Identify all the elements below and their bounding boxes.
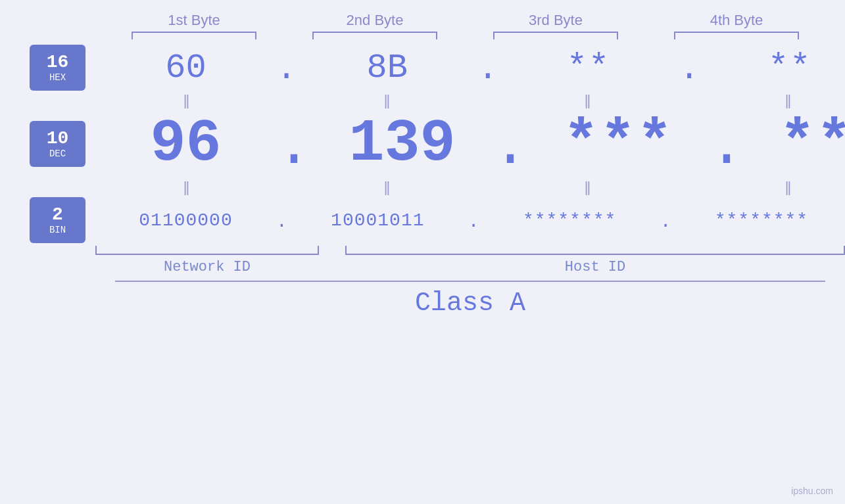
equals-1-b4: || xyxy=(697,92,845,109)
bin-row: 2 BIN 01100000 . 10001011 . ******** . *… xyxy=(30,197,845,243)
equals-1-b2: || xyxy=(296,92,477,109)
equals-row-1: || || || || xyxy=(30,92,845,109)
dec-values: 96 . 139 . *** . *** xyxy=(95,110,845,177)
hex-dot-3: . xyxy=(679,53,699,87)
hex-val-3: ** xyxy=(567,49,610,87)
byte4-header: 4th Byte xyxy=(646,12,827,29)
dec-val-1: 96 xyxy=(150,110,221,177)
eq2-b3: || xyxy=(585,179,589,196)
eq1-b4: || xyxy=(785,92,790,109)
byte2-header: 2nd Byte xyxy=(285,12,466,29)
eq2-b1: || xyxy=(183,179,188,196)
top-brackets xyxy=(0,32,845,39)
bin-dot-2: . xyxy=(468,213,479,231)
hex-byte3: ** xyxy=(498,49,679,87)
bin-val-1: 01100000 xyxy=(139,210,232,231)
eq1-b2: || xyxy=(384,92,389,109)
dec-byte1: 96 xyxy=(95,110,276,177)
bracket-line-3 xyxy=(493,32,618,39)
hex-dot-1: . xyxy=(276,53,297,87)
hex-val-1: 60 xyxy=(165,49,206,87)
class-line xyxy=(115,281,825,282)
bin-val-2: 10001011 xyxy=(331,210,424,231)
bracket-line-4 xyxy=(674,32,799,39)
equals-row-2: || || || || xyxy=(30,179,845,196)
hex-values: 60 . 8B . ** . ** xyxy=(95,49,845,87)
class-row: Class A xyxy=(30,281,845,318)
network-id-label: Network ID xyxy=(164,259,251,275)
content-area: 16 HEX 60 . 8B . ** . ** xyxy=(0,45,845,318)
dec-dot-1: . xyxy=(276,118,312,177)
hex-badge-num: 16 xyxy=(47,53,69,73)
class-label: Class A xyxy=(415,288,525,318)
bracket-byte3 xyxy=(466,32,646,39)
bin-dot-1: . xyxy=(276,213,287,231)
dec-badge-num: 10 xyxy=(47,129,69,149)
hex-byte4: ** xyxy=(700,49,845,87)
equals-2-b2: || xyxy=(296,179,477,196)
bin-values: 01100000 . 10001011 . ******** . *******… xyxy=(95,210,845,231)
dec-dot-2: . xyxy=(493,118,528,177)
eq1-b1: || xyxy=(183,92,188,109)
dec-val-4: *** xyxy=(780,110,845,177)
host-id-label: Host ID xyxy=(565,259,625,275)
dec-byte3: *** xyxy=(528,110,709,177)
hex-byte1: 60 xyxy=(95,49,276,87)
bin-byte3: ******** xyxy=(479,210,660,231)
equals-1-b1: || xyxy=(95,92,276,109)
bin-dot-3: . xyxy=(660,213,671,231)
main-container: 1st Byte 2nd Byte 3rd Byte 4th Byte 16 H… xyxy=(0,0,845,504)
hex-val-4: ** xyxy=(768,49,811,87)
dec-val-3: *** xyxy=(564,110,674,177)
bin-badge: 2 BIN xyxy=(30,197,85,243)
bracket-byte1 xyxy=(104,32,285,39)
equals-2-b4: || xyxy=(697,179,845,196)
dec-dot-3: . xyxy=(709,118,744,177)
hex-badge: 16 HEX xyxy=(30,45,85,91)
byte1-header: 1st Byte xyxy=(104,12,285,29)
byte-headers: 1st Byte 2nd Byte 3rd Byte 4th Byte xyxy=(0,12,845,29)
bracket-byte4 xyxy=(646,32,827,39)
network-id-section: Network ID xyxy=(95,246,319,275)
byte3-header: 3rd Byte xyxy=(466,12,646,29)
equals-area-2: || || || || xyxy=(95,179,845,196)
hex-dot-2: . xyxy=(477,53,498,87)
eq1-b3: || xyxy=(585,92,589,109)
dec-byte4: *** xyxy=(744,110,845,177)
equals-2-b1: || xyxy=(95,179,276,196)
network-bracket-line xyxy=(95,246,319,255)
eq2-b4: || xyxy=(785,179,790,196)
dec-badge-base: DEC xyxy=(49,149,66,159)
equals-1-b3: || xyxy=(496,92,677,109)
bin-byte4: ******** xyxy=(671,210,845,231)
host-id-section: Host ID xyxy=(345,246,845,275)
dec-val-2: 139 xyxy=(349,110,456,177)
bracket-byte2 xyxy=(285,32,466,39)
equals-2-b3: || xyxy=(496,179,677,196)
bracket-line-2 xyxy=(312,32,437,39)
bin-byte1: 01100000 xyxy=(95,210,276,231)
dec-row: 10 DEC 96 . 139 . *** . *** xyxy=(30,110,845,177)
hex-row: 16 HEX 60 . 8B . ** . ** xyxy=(30,45,845,91)
host-bracket-line xyxy=(345,246,845,255)
bin-badge-base: BIN xyxy=(49,225,66,235)
bin-val-3: ******** xyxy=(523,210,616,231)
hex-byte2: 8B xyxy=(297,49,477,87)
bottom-brackets: Network ID Host ID xyxy=(30,246,845,275)
watermark: ipshu.com xyxy=(791,486,833,496)
hex-badge-base: HEX xyxy=(49,72,66,83)
eq2-b2: || xyxy=(384,179,389,196)
hex-val-2: 8B xyxy=(367,49,408,87)
dec-badge: 10 DEC xyxy=(30,121,85,167)
equals-area-1: || || || || xyxy=(95,92,845,109)
bin-badge-num: 2 xyxy=(52,205,63,225)
bin-val-4: ******** xyxy=(715,210,808,231)
dec-byte2: 139 xyxy=(312,110,493,177)
bin-byte2: 10001011 xyxy=(287,210,468,231)
bracket-line-1 xyxy=(132,32,256,39)
